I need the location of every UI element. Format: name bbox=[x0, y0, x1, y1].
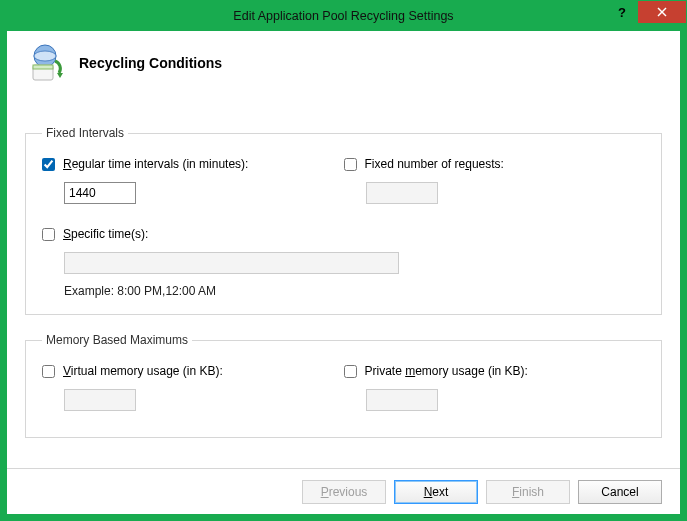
specific-times-input bbox=[64, 252, 399, 274]
dialog-content: Recycling Conditions Fixed Intervals Reg… bbox=[1, 31, 686, 520]
titlebar-buttons: ? bbox=[606, 1, 686, 23]
specific-times-example: Example: 8:00 PM,12:00 AM bbox=[64, 284, 645, 298]
regular-intervals-checkbox[interactable] bbox=[42, 158, 55, 171]
private-memory-input bbox=[366, 389, 438, 411]
fixed-requests-input bbox=[366, 182, 438, 204]
header-row: Recycling Conditions bbox=[7, 31, 680, 93]
memory-maximums-group: Memory Based Maximums Virtual memory usa… bbox=[25, 333, 662, 438]
svg-rect-5 bbox=[33, 65, 53, 69]
page-heading: Recycling Conditions bbox=[79, 55, 222, 71]
titlebar[interactable]: Edit Application Pool Recycling Settings… bbox=[1, 1, 686, 31]
private-memory-label: Private memory usage (in KB): bbox=[365, 364, 528, 378]
button-bar: Previous Next Finish Cancel bbox=[7, 468, 680, 514]
specific-times-label: Specific time(s): bbox=[63, 227, 148, 241]
finish-button: Finish bbox=[486, 480, 570, 504]
next-button[interactable]: Next bbox=[394, 480, 478, 504]
svg-point-3 bbox=[34, 51, 56, 61]
close-button[interactable] bbox=[638, 1, 686, 23]
virtual-memory-checkbox[interactable] bbox=[42, 365, 55, 378]
regular-intervals-label: Regular time intervals (in minutes): bbox=[63, 157, 248, 171]
close-icon bbox=[657, 7, 667, 17]
memory-maximums-legend: Memory Based Maximums bbox=[42, 333, 192, 347]
fixed-requests-label: Fixed number of requests: bbox=[365, 157, 504, 171]
fixed-requests-checkbox[interactable] bbox=[344, 158, 357, 171]
virtual-memory-input bbox=[64, 389, 136, 411]
help-button[interactable]: ? bbox=[606, 1, 638, 23]
dialog-window: Edit Application Pool Recycling Settings… bbox=[0, 0, 687, 521]
private-memory-checkbox[interactable] bbox=[344, 365, 357, 378]
fixed-intervals-group: Fixed Intervals Regular time intervals (… bbox=[25, 126, 662, 315]
cancel-button[interactable]: Cancel bbox=[578, 480, 662, 504]
virtual-memory-label: Virtual memory usage (in KB): bbox=[63, 364, 223, 378]
recycle-icon bbox=[25, 43, 65, 83]
svg-marker-6 bbox=[57, 73, 63, 78]
fixed-intervals-legend: Fixed Intervals bbox=[42, 126, 128, 140]
specific-times-checkbox[interactable] bbox=[42, 228, 55, 241]
previous-button: Previous bbox=[302, 480, 386, 504]
regular-intervals-input[interactable] bbox=[64, 182, 136, 204]
body-area: Fixed Intervals Regular time intervals (… bbox=[7, 100, 680, 468]
window-title: Edit Application Pool Recycling Settings bbox=[1, 9, 686, 23]
